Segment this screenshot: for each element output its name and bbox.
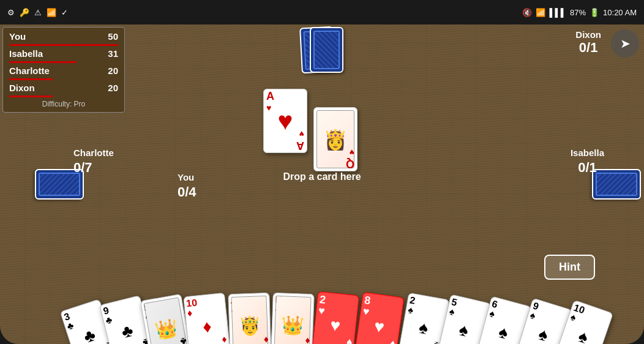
status-icons-left: ⚙ 🔑 ⚠ 📶 ✓: [7, 8, 68, 17]
send-button[interactable]: ➤: [611, 29, 639, 58]
isabella-tricks: 0/1: [571, 159, 604, 177]
score-name-you: You: [9, 31, 100, 42]
clock: 10:20 AM: [603, 8, 637, 17]
hand-card-7[interactable]: 8♥ ♥ 8♥: [354, 292, 404, 344]
you-label: You 0/4: [178, 171, 197, 201]
top-deck: [301, 27, 343, 73]
score-bar-dixon: [9, 95, 53, 97]
score-name-isabella: Isabella: [9, 48, 100, 59]
dixon-tricks: 0/1: [575, 40, 601, 56]
score-bar-charlotte: [9, 78, 53, 80]
hint-button[interactable]: Hint: [544, 255, 595, 280]
hand-area: 3♣ ♣ 3♣ 9♣ ♣ 9♣ K♣ 👑 K♣ 10♦ ♦ 10♦: [47, 277, 597, 344]
usb-icon: ⚙: [7, 8, 15, 17]
dixon-name: Dixon: [575, 29, 601, 40]
card-rank-8: 2♠: [407, 295, 447, 321]
phone-frame: ⚙ 🔑 ⚠ 📶 ✓ 🔇 📶 ▌▌▌ 87% 🔋 10:20 AM You 50 …: [0, 0, 644, 344]
score-val-you: 50: [100, 31, 118, 42]
charlotte-name: Charlotte: [73, 147, 114, 159]
you-tricks: 0/4: [178, 184, 197, 201]
card-rank-bottom-8: 2♠: [431, 340, 440, 344]
charlotte-label: Charlotte 0/7: [73, 147, 114, 176]
played-card-ace-hearts: A♥ ♥ A♥: [263, 89, 307, 153]
you-name: You: [178, 171, 197, 184]
signal-icon: ▌▌▌: [549, 8, 566, 17]
card-rank-3: 10♦: [186, 295, 225, 318]
hand-card-3[interactable]: 10♦ ♦ 10♦: [183, 293, 231, 344]
battery-level: 87%: [570, 8, 586, 17]
dixon-label: Dixon 0/1: [575, 29, 601, 56]
charlotte-tricks: 0/7: [73, 159, 114, 177]
game-area: You 50 Isabella 31 Charlotte 20 Dixon 20…: [0, 24, 644, 344]
ace-center-suit: ♥: [278, 107, 293, 136]
score-bar-isabella: [9, 61, 77, 63]
score-name-dixon: Dixon: [9, 83, 100, 93]
hand-card-6[interactable]: 2♥ ♥ 2♥: [311, 291, 359, 344]
status-bar: ⚙ 🔑 ⚠ 📶 ✓ 🔇 📶 ▌▌▌ 87% 🔋 10:20 AM: [0, 0, 644, 24]
key-icon: 🔑: [20, 8, 29, 17]
battery-icon: 🔋: [590, 8, 599, 17]
wifi-off-icon: 📶: [47, 8, 56, 17]
queen-rank-bottom: Q♥: [346, 148, 354, 170]
card-rank-bottom-4: J♦: [263, 335, 269, 344]
score-row-dixon: Dixon 20: [9, 83, 118, 93]
score-val-dixon: 20: [100, 83, 118, 93]
isabella-name: Isabella: [571, 147, 604, 159]
status-icons-right: 🔇 📶 ▌▌▌ 87% 🔋 10:20 AM: [522, 8, 637, 17]
right-deck: [601, 160, 632, 209]
score-row-charlotte: Charlotte 20: [9, 65, 118, 76]
isabella-label: Isabella 0/1: [571, 147, 604, 176]
volume-off-icon: 🔇: [522, 8, 532, 17]
center-play-area: A♥ ♥ A♥ Q♥ 👸 Q♥: [263, 89, 358, 171]
wifi-icon: 📶: [536, 8, 545, 17]
drop-zone[interactable]: Drop a card here: [283, 171, 361, 182]
card-rank-9: 5♠: [448, 297, 489, 324]
check-icon: ✓: [61, 8, 68, 17]
score-val-isabella: 31: [100, 48, 118, 59]
score-row-you: You 50: [9, 31, 118, 42]
score-val-charlotte: 20: [100, 65, 118, 76]
score-bar-you: [9, 44, 118, 46]
card-rank-bottom-3: 10♦: [215, 335, 228, 344]
queen-figure: 👸: [323, 128, 348, 151]
score-panel: You 50 Isabella 31 Charlotte 20 Dixon 20…: [2, 27, 125, 113]
card-rank-bottom-5: K♦: [303, 336, 311, 344]
card-rank-bottom-6: 2♥: [345, 337, 353, 344]
deck-card-2: [310, 27, 343, 73]
left-deck: [44, 160, 75, 209]
card-rank-bottom-7: 8♥: [388, 338, 396, 344]
score-row-isabella: Isabella 31: [9, 48, 118, 59]
played-card-queen-hearts: Q♥ 👸 Q♥: [313, 107, 358, 171]
difficulty-label: Difficulty: Pro: [9, 100, 118, 108]
ace-rank-top: A♥: [266, 91, 274, 113]
hand-card-4[interactable]: J♦ 🤴 J♦: [228, 293, 272, 344]
warning-icon: ⚠: [34, 8, 42, 17]
ace-rank-bottom: A♥: [296, 129, 304, 151]
hand-card-5[interactable]: K♦ 👑 K♦: [271, 293, 315, 344]
score-name-charlotte: Charlotte: [9, 65, 100, 76]
